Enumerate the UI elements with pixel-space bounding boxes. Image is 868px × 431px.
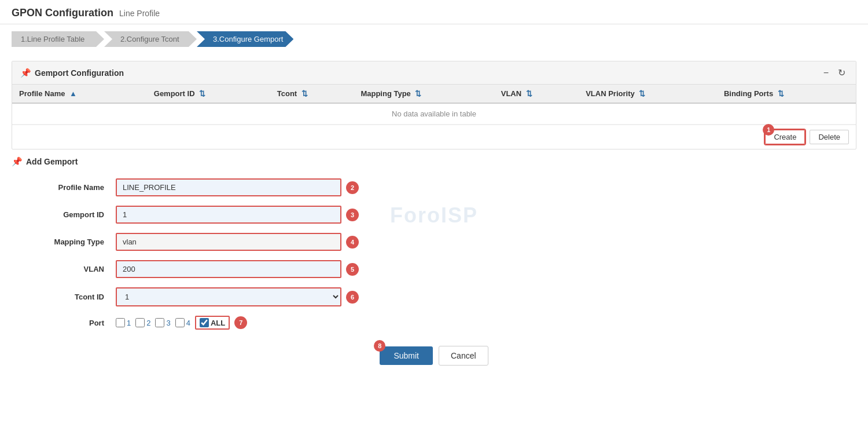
sort-icon-gemport-id: ⇅	[199, 89, 205, 98]
section-header: 📌 Gemport Configuration − ↻	[12, 61, 856, 85]
delete-button[interactable]: Delete	[810, 130, 849, 144]
mapping-type-row: Mapping Type 4	[12, 233, 856, 251]
tcont-id-field-wrap: 1 2 3 4 6	[116, 287, 359, 306]
port-4-label: 4	[186, 319, 190, 327]
profile-name-field-wrap: 2	[116, 178, 359, 196]
wizard-step-2-label: 2.Configure Tcont	[120, 35, 179, 43]
vlan-field-wrap: 5	[116, 260, 359, 278]
col-profile-name-label: Profile Name	[19, 89, 65, 98]
port-label: Port	[12, 319, 116, 327]
pin-icon: 📌	[20, 68, 31, 78]
port-row: Port 1 2 3 4	[12, 316, 856, 330]
sort-icon-vlan-priority: ⇅	[639, 89, 645, 98]
sort-icon-profile-name: ▲	[69, 89, 77, 98]
submit-button[interactable]: Submit	[380, 346, 433, 365]
col-binding-ports-label: Binding Ports	[724, 89, 773, 98]
submit-label: Submit	[393, 351, 419, 360]
col-tcont-label: Tcont	[277, 89, 297, 98]
col-vlan-priority[interactable]: VLAN Priority ⇅	[579, 85, 717, 103]
port-1-item: 1	[116, 318, 131, 327]
port-3-checkbox[interactable]	[155, 318, 164, 327]
page-subtitle: Line Profile	[119, 9, 160, 18]
gemport-config-section: 📌 Gemport Configuration − ↻ Profile Name…	[12, 61, 856, 149]
tcont-id-select[interactable]: 1 2 3 4	[116, 287, 341, 306]
table-actions: Create 1 Delete	[12, 125, 856, 149]
no-data-message: No data available in table	[12, 103, 856, 125]
port-2-item: 2	[135, 318, 150, 327]
col-profile-name[interactable]: Profile Name ▲	[12, 85, 147, 103]
col-gemport-id-label: Gemport ID	[154, 89, 195, 98]
gemport-id-input[interactable]	[116, 206, 341, 224]
vlan-label: VLAN	[12, 265, 116, 273]
section-title: 📌 Gemport Configuration	[20, 68, 124, 78]
col-mapping-type[interactable]: Mapping Type ⇅	[354, 85, 494, 103]
refresh-button[interactable]: ↻	[836, 67, 848, 78]
add-gemport-title: 📌 Add Gemport	[12, 156, 856, 167]
wizard-step-1[interactable]: 1.Line Profile Table	[12, 31, 104, 47]
section-actions: − ↻	[821, 67, 848, 78]
no-data-row: No data available in table	[12, 103, 856, 125]
port-checkboxes: 1 2 3 4 ALL 7	[116, 316, 247, 330]
page-header: GPON Configuration Line Profile	[0, 0, 868, 24]
mapping-type-badge: 4	[346, 236, 359, 249]
profile-name-label: Profile Name	[12, 183, 116, 192]
add-pin-icon: 📌	[12, 156, 23, 167]
profile-name-row: Profile Name 2	[12, 178, 856, 196]
wizard-steps: 1.Line Profile Table 2.Configure Tcont 3…	[0, 24, 868, 54]
wizard-step-3[interactable]: 3.Configure Gemport	[197, 31, 293, 47]
port-field-wrap: 1 2 3 4 ALL 7	[116, 316, 359, 330]
profile-name-input[interactable]	[116, 178, 341, 196]
gemport-id-row: Gemport ID 3	[12, 206, 856, 224]
form-submit-row: 8 Submit Cancel	[12, 346, 856, 377]
tcont-id-badge: 6	[346, 291, 359, 304]
gemport-id-label: Gemport ID	[12, 210, 116, 219]
profile-name-badge: 2	[346, 181, 359, 194]
sort-icon-vlan: ⇅	[526, 89, 532, 98]
port-3-label: 3	[166, 319, 170, 327]
page-title: GPON Configuration	[12, 7, 113, 19]
add-gemport-title-text: Add Gemport	[26, 157, 78, 166]
tcont-id-label: Tcont ID	[12, 293, 116, 301]
port-all-checkbox[interactable]	[200, 318, 209, 327]
port-2-checkbox[interactable]	[135, 318, 145, 327]
sort-icon-tcont: ⇅	[301, 89, 308, 98]
mapping-type-input[interactable]	[116, 233, 341, 251]
port-1-checkbox[interactable]	[116, 318, 125, 327]
mapping-type-label: Mapping Type	[12, 238, 116, 246]
port-4-item: 4	[175, 318, 190, 327]
wizard-step-2[interactable]: 2.Configure Tcont	[104, 31, 197, 47]
vlan-row: VLAN 5	[12, 260, 856, 278]
port-1-label: 1	[127, 319, 131, 327]
table-header-row: Profile Name ▲ Gemport ID ⇅ Tcont ⇅ Mapp…	[12, 85, 856, 103]
port-4-checkbox[interactable]	[175, 318, 185, 327]
col-gemport-id[interactable]: Gemport ID ⇅	[147, 85, 270, 103]
col-tcont[interactable]: Tcont ⇅	[270, 85, 354, 103]
col-vlan[interactable]: VLAN ⇅	[494, 85, 579, 103]
sort-icon-binding-ports: ⇅	[778, 89, 784, 98]
col-vlan-priority-label: VLAN Priority	[586, 89, 635, 98]
col-binding-ports[interactable]: Binding Ports ⇅	[717, 85, 856, 103]
port-all-wrap: ALL	[195, 316, 230, 330]
minimize-button[interactable]: −	[821, 67, 831, 78]
cancel-button[interactable]: Cancel	[439, 346, 488, 366]
mapping-type-field-wrap: 4	[116, 233, 359, 251]
wizard-step-3-label: 3.Configure Gemport	[213, 35, 283, 43]
vlan-input[interactable]	[116, 260, 341, 278]
wizard-step-1-label: 1.Line Profile Table	[21, 35, 84, 43]
port-all-label: ALL	[211, 319, 225, 327]
gemport-table: Profile Name ▲ Gemport ID ⇅ Tcont ⇅ Mapp…	[12, 85, 856, 125]
gemport-id-badge: 3	[346, 209, 359, 221]
port-2-label: 2	[146, 319, 150, 327]
add-gemport-section: 📌 Add Gemport Profile Name 2 Gemport ID …	[12, 156, 856, 377]
port-3-item: 3	[155, 318, 170, 327]
vlan-badge: 5	[346, 263, 359, 276]
section-title-text: Gemport Configuration	[35, 68, 124, 78]
col-mapping-type-label: Mapping Type	[361, 89, 410, 98]
tcont-id-row: Tcont ID 1 2 3 4 6	[12, 287, 856, 306]
gemport-id-field-wrap: 3	[116, 206, 359, 224]
port-badge: 7	[234, 316, 247, 329]
sort-icon-mapping-type: ⇅	[415, 89, 421, 98]
col-vlan-label: VLAN	[501, 89, 521, 98]
